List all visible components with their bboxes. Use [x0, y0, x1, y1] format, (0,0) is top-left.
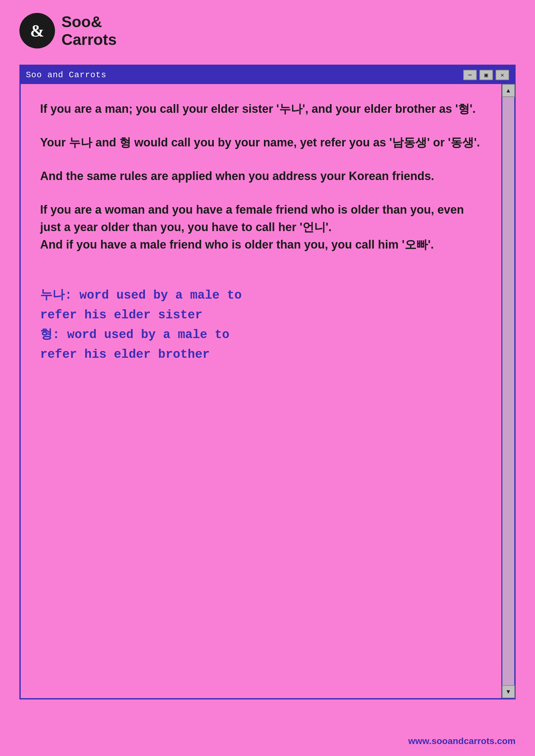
paragraph-3: And the same rules are applied when you … [40, 167, 482, 185]
window-content: If you are a man; you call your elder si… [21, 84, 501, 698]
logo-circle: & [19, 13, 55, 48]
def-line3: 형: word used by a male to [40, 325, 482, 345]
maximize-button[interactable]: ▣ [479, 70, 493, 80]
footer-url: www.sooandcarrots.com [408, 736, 516, 746]
header: & Soo& Carrots [0, 0, 535, 58]
window: Soo and Carrots — ▣ ✕ If you are a man; … [19, 65, 516, 699]
logo-line2: Carrots [62, 31, 117, 48]
window-titlebar: Soo and Carrots — ▣ ✕ [21, 66, 514, 84]
window-body: If you are a man; you call your elder si… [21, 84, 514, 698]
scrollbar: ▲ ▼ [501, 84, 514, 698]
minimize-button[interactable]: — [463, 70, 477, 80]
definition-text: 누나: word used by a male to refer his eld… [40, 286, 482, 364]
logo-symbol: & [30, 21, 44, 40]
logo-line1: Soo& [62, 13, 117, 31]
footer: www.sooandcarrots.com [408, 736, 516, 746]
paragraph-1: If you are a man; you call your elder si… [40, 100, 482, 118]
scroll-down-button[interactable]: ▼ [502, 685, 515, 698]
def-line1: 누나: word used by a male to [40, 286, 482, 306]
def-line4: refer his elder brother [40, 345, 482, 364]
window-controls: — ▣ ✕ [463, 70, 509, 80]
scroll-up-button[interactable]: ▲ [502, 84, 515, 97]
logo-text: Soo& Carrots [62, 13, 117, 48]
close-button[interactable]: ✕ [495, 70, 509, 80]
window-title: Soo and Carrots [26, 70, 106, 80]
paragraph-4: If you are a woman and you have a female… [40, 201, 482, 254]
paragraph-2: Your 누나 and 형 would call you by your nam… [40, 134, 482, 151]
def-line2: refer his elder sister [40, 306, 482, 325]
definition-section: 누나: word used by a male to refer his eld… [40, 279, 482, 364]
